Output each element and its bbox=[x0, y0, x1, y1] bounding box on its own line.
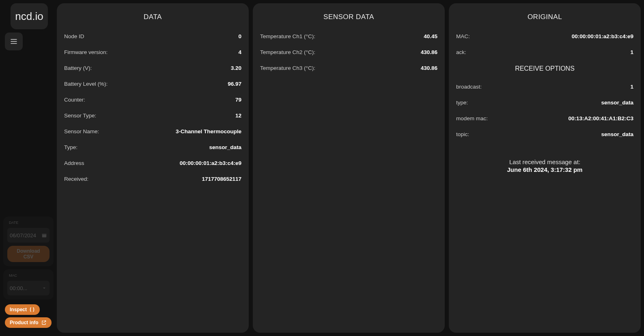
row-label: Type: bbox=[64, 144, 78, 150]
row-label: topic: bbox=[456, 131, 469, 137]
row-label: Received: bbox=[64, 176, 88, 182]
row-label: ack: bbox=[456, 49, 466, 55]
data-row: Type:sensor_data bbox=[64, 139, 241, 155]
hamburger-menu-button[interactable] bbox=[5, 33, 23, 50]
data-rows: Node ID0Firmware version:4Battery (V):3.… bbox=[64, 28, 241, 187]
row-value: 3-Channel Thermocouple bbox=[176, 128, 241, 134]
receive-options-title: RECEIVE OPTIONS bbox=[456, 65, 633, 72]
data-row: Node ID0 bbox=[64, 28, 241, 44]
row-value: 430.86 bbox=[421, 65, 437, 71]
menu-icon bbox=[10, 37, 18, 46]
data-panel-title: DATA bbox=[64, 13, 241, 21]
data-row: topic:sensor_data bbox=[456, 126, 633, 142]
data-row: Battery (V):3.20 bbox=[64, 60, 241, 76]
last-message-block: Last received message at: June 6th 2024,… bbox=[456, 158, 633, 173]
original-panel-title: ORIGINAL bbox=[456, 13, 633, 21]
row-value: 79 bbox=[235, 97, 241, 103]
data-row: Address00:00:00:01:a2:b3:c4:e9 bbox=[64, 155, 241, 171]
row-label: modem mac: bbox=[456, 115, 488, 121]
row-label: Temperature Ch3 (°C): bbox=[260, 65, 315, 71]
row-value: 96.97 bbox=[228, 81, 241, 87]
date-value: 06/07/2024 bbox=[10, 232, 36, 238]
data-row: type:sensor_data bbox=[456, 95, 633, 111]
row-label: Sensor Type: bbox=[64, 113, 96, 119]
calendar-icon bbox=[41, 232, 47, 238]
row-label: Battery (V): bbox=[64, 65, 92, 71]
data-row: Temperature Ch3 (°C):430.86 bbox=[260, 60, 437, 76]
row-label: Sensor Name: bbox=[64, 128, 99, 134]
last-message-label: Last received message at: bbox=[456, 158, 633, 165]
row-value: sensor_data bbox=[601, 100, 633, 106]
row-value: sensor_data bbox=[209, 144, 241, 150]
row-label: Counter: bbox=[64, 97, 85, 103]
sensor-data-panel: SENSOR DATA Temperature Ch1 (°C):40.45Te… bbox=[253, 3, 445, 333]
row-label: Temperature Ch2 (°C): bbox=[260, 49, 315, 55]
row-value: 3.20 bbox=[231, 65, 241, 71]
product-info-button[interactable]: Product info bbox=[5, 317, 52, 328]
data-row: Temperature Ch2 (°C):430.86 bbox=[260, 44, 437, 60]
inspect-button[interactable]: Inspect bbox=[5, 304, 40, 315]
row-label: Battery Level (%): bbox=[64, 81, 108, 87]
braces-icon bbox=[29, 307, 35, 312]
data-row: Counter:79 bbox=[64, 92, 241, 108]
data-row: Battery Level (%):96.97 bbox=[64, 76, 241, 92]
sidebar: ncd.io Date 06/07/2024 Download CSV MAC … bbox=[0, 0, 57, 336]
data-row: Received:1717708652117 bbox=[64, 171, 241, 187]
mac-label: MAC bbox=[7, 273, 50, 277]
data-row: Firmware version:4 bbox=[64, 44, 241, 60]
receive-rows: broadcast:1type:sensor_datamodem mac:00:… bbox=[456, 79, 633, 142]
row-label: Address bbox=[64, 160, 84, 166]
external-link-icon bbox=[41, 320, 47, 325]
original-rows: MAC:00:00:00:01:a2:b3:c4:e9ack:1 bbox=[456, 28, 633, 60]
row-value: 430.86 bbox=[421, 49, 437, 55]
data-row: Sensor Type:12 bbox=[64, 108, 241, 124]
data-row: MAC:00:00:00:01:a2:b3:c4:e9 bbox=[456, 28, 633, 44]
row-value: 12 bbox=[235, 113, 241, 119]
row-value: 4 bbox=[238, 49, 241, 55]
data-row: Sensor Name:3-Channel Thermocouple bbox=[64, 124, 241, 139]
logo: ncd.io bbox=[11, 3, 48, 29]
row-value: 40.45 bbox=[424, 33, 437, 39]
data-panel: DATA Node ID0Firmware version:4Battery (… bbox=[57, 3, 249, 333]
row-label: Node ID bbox=[64, 33, 84, 39]
row-value: 00:00:00:01:a2:b3:c4:e9 bbox=[180, 160, 241, 166]
data-row: modem mac:00:13:A2:00:41:A1:B2:C3 bbox=[456, 111, 633, 126]
bottom-buttons: Inspect Product info bbox=[3, 303, 54, 329]
data-row: Temperature Ch1 (°C):40.45 bbox=[260, 28, 437, 44]
row-value: 1717708652117 bbox=[202, 176, 241, 182]
row-value: 1 bbox=[630, 49, 633, 55]
row-value: 00:00:00:01:a2:b3:c4:e9 bbox=[572, 33, 633, 39]
row-label: MAC: bbox=[456, 33, 470, 39]
download-csv-button[interactable]: Download CSV bbox=[7, 246, 50, 262]
last-message-time: June 6th 2024, 3:17:32 pm bbox=[456, 166, 633, 173]
row-label: broadcast: bbox=[456, 84, 482, 90]
original-panel: ORIGINAL MAC:00:00:00:01:a2:b3:c4:e9ack:… bbox=[449, 3, 641, 333]
sensor-data-panel-title: SENSOR DATA bbox=[260, 13, 437, 21]
row-value: 00:13:A2:00:41:A1:B2:C3 bbox=[568, 115, 633, 121]
mac-value: 00:00... bbox=[10, 285, 27, 291]
sensor-rows: Temperature Ch1 (°C):40.45Temperature Ch… bbox=[260, 28, 437, 76]
svg-rect-4 bbox=[42, 234, 47, 234]
product-info-label: Product info bbox=[10, 320, 39, 325]
row-value: sensor_data bbox=[601, 131, 633, 137]
chevron-down-icon bbox=[41, 285, 47, 291]
date-input[interactable]: 06/07/2024 bbox=[7, 228, 50, 243]
row-label: Firmware version: bbox=[64, 49, 108, 55]
data-row: broadcast:1 bbox=[456, 79, 633, 95]
mac-select[interactable]: 00:00... bbox=[7, 281, 50, 295]
inspect-label: Inspect bbox=[10, 307, 27, 312]
main-content: DATA Node ID0Firmware version:4Battery (… bbox=[57, 0, 644, 336]
row-value: 0 bbox=[238, 33, 241, 39]
row-label: type: bbox=[456, 100, 468, 106]
mac-card: MAC 00:00... bbox=[3, 269, 54, 299]
row-value: 1 bbox=[630, 84, 633, 90]
data-row: ack:1 bbox=[456, 44, 633, 60]
date-card: Date 06/07/2024 Download CSV bbox=[3, 217, 54, 266]
date-label: Date bbox=[7, 221, 50, 225]
row-label: Temperature Ch1 (°C): bbox=[260, 33, 315, 39]
